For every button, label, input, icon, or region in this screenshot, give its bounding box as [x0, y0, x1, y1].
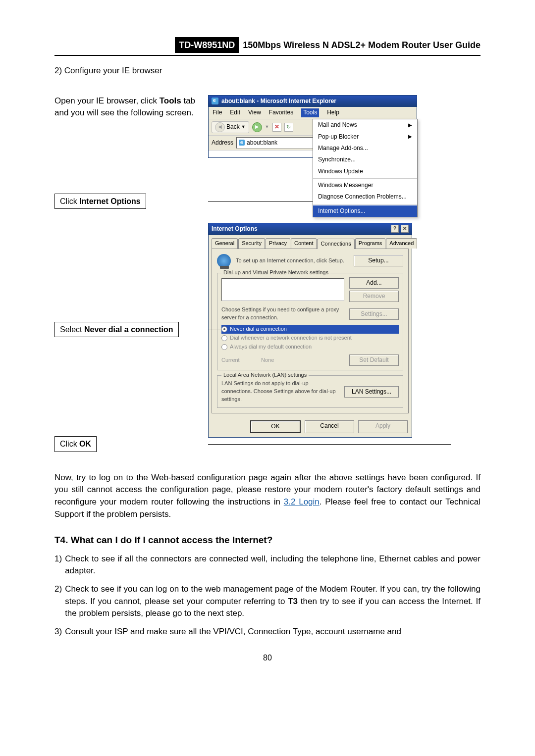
submenu-arrow-icon: ▶	[408, 133, 412, 141]
list-item-3: 3)Consult your ISP and make sure all the…	[54, 626, 481, 638]
callout-never-dial: Select Never dial a connection	[54, 322, 179, 337]
current-value: None	[261, 356, 344, 364]
menu-item-wu[interactable]: Windows Update	[313, 166, 417, 177]
set-default-button: Set Default	[349, 354, 399, 366]
menu-help[interactable]: Help	[327, 108, 339, 117]
stop-button[interactable]: ✕	[272, 123, 281, 132]
tab-security[interactable]: Security	[238, 238, 265, 249]
page-icon	[239, 140, 245, 146]
tools-dropdown: Mail and News▶ Pop-up Blocker▶ Manage Ad…	[313, 119, 418, 217]
menu-item-addons[interactable]: Manage Add-ons...	[313, 143, 417, 154]
ie-window: about:blank - Microsoft Internet Explore…	[208, 95, 417, 158]
help-icon[interactable]: ?	[391, 225, 399, 233]
settings-button: Settings...	[349, 308, 399, 320]
menu-item-wm[interactable]: Windows Messenger	[313, 180, 417, 191]
radio-never-dial[interactable]: Never dial a connection	[221, 325, 399, 334]
tab-connections[interactable]: Connections	[317, 239, 354, 249]
group-lan: Local Area Network (LAN) settings	[221, 371, 309, 379]
dialog-title: Internet Options	[212, 225, 258, 233]
submenu-arrow-icon: ▶	[408, 122, 412, 129]
page-header: TD-W8951ND 150Mbps Wireless N ADSL2+ Mod…	[54, 37, 481, 56]
lan-settings-button[interactable]: LAN Settings...	[344, 386, 399, 398]
back-button[interactable]: ◄Back ▼	[212, 121, 249, 133]
tab-content[interactable]: Content	[291, 238, 317, 249]
menu-edit[interactable]: Edit	[230, 108, 240, 117]
tab-privacy[interactable]: Privacy	[266, 238, 290, 249]
menu-tools[interactable]: Tools	[301, 108, 319, 117]
menu-item-mail[interactable]: Mail and News▶	[313, 119, 417, 131]
refresh-button[interactable]: ↻	[284, 123, 293, 132]
callout-internet-options: Click Internet Options	[54, 194, 146, 209]
tab-programs[interactable]: Programs	[355, 238, 386, 249]
group-dialup: Dial-up and Virtual Private Network sett…	[221, 269, 330, 277]
dialog-tabs: General Security Privacy Content Connect…	[209, 235, 412, 249]
menu-item-diag[interactable]: Diagnose Connection Problems...	[313, 191, 417, 202]
add-button[interactable]: Add...	[349, 277, 399, 289]
list-item-1: 1)Check to see if all the connectors are…	[54, 553, 481, 577]
callout-ok: Click OK	[54, 436, 97, 452]
paragraph-followup: Now, try to log on to the Web-based conf…	[54, 472, 481, 521]
menu-view[interactable]: View	[248, 108, 261, 117]
ie-icon	[212, 98, 218, 104]
globe-icon	[217, 254, 231, 268]
forward-button[interactable]: ►	[252, 122, 262, 132]
back-icon: ◄	[215, 122, 225, 132]
close-icon[interactable]: ✕	[401, 225, 409, 233]
link-login[interactable]: 3.2 Login	[284, 497, 320, 506]
menu-item-internet-options[interactable]: Internet Options...	[313, 205, 417, 217]
list-item-2: 2)Check to see if you can log on to the …	[54, 583, 481, 620]
instruction-open-tools: Open your IE browser, click Tools tab an…	[54, 95, 208, 119]
menu-item-sync[interactable]: Synchronize...	[313, 154, 417, 165]
address-label: Address	[212, 139, 233, 147]
heading-t4: T4. What can I do if I cannot access the…	[54, 533, 481, 547]
step-configure-ie: 2) Configure your IE browser	[54, 65, 481, 77]
remove-button: Remove	[349, 291, 399, 302]
radio-dial-when[interactable]: Dial whenever a network connection is no…	[221, 334, 399, 343]
ok-button[interactable]: OK	[250, 420, 301, 433]
header-title: 150Mbps Wireless N ADSL2+ Modem Router U…	[243, 39, 481, 51]
radio-always-dial[interactable]: Always dial my default connection	[221, 343, 399, 352]
internet-options-dialog: Internet Options ?✕ General Security Pri…	[208, 223, 412, 437]
menu-favorites[interactable]: Favorites	[269, 108, 293, 117]
current-label: Current	[221, 356, 256, 364]
menu-item-popup[interactable]: Pop-up Blocker▶	[313, 131, 417, 143]
setup-text: To set up an Internet connection, click …	[236, 257, 349, 265]
ie-menubar: File Edit View Favorites Tools Help	[209, 107, 417, 119]
lan-text: LAN Settings do not apply to dial-up con…	[221, 380, 339, 403]
tab-general[interactable]: General	[212, 238, 238, 249]
header-model: TD-W8951ND	[175, 37, 239, 53]
ie-title: about:blank - Microsoft Internet Explore…	[221, 97, 336, 105]
setup-button[interactable]: Setup...	[354, 255, 403, 266]
page-number: 80	[54, 652, 481, 663]
tab-advanced[interactable]: Advanced	[386, 238, 417, 249]
cancel-button[interactable]: Cancel	[305, 420, 354, 433]
menu-file[interactable]: File	[213, 108, 222, 117]
connections-listbox[interactable]	[221, 278, 344, 301]
proxy-text: Choose Settings if you need to configure…	[221, 306, 344, 322]
apply-button: Apply	[358, 420, 408, 433]
